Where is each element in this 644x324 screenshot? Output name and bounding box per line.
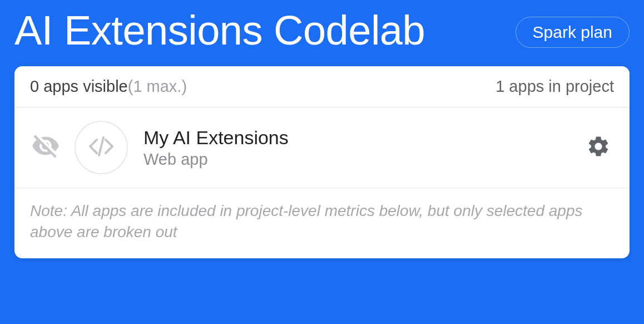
apps-in-project-count: 1 apps in project: [496, 77, 614, 96]
app-row: My AI Extensions Web app: [14, 107, 630, 188]
gear-icon: [586, 134, 611, 161]
plan-pill-button[interactable]: Spark plan: [516, 17, 630, 48]
visibility-toggle[interactable]: [30, 132, 61, 163]
apps-visible-count: 0 apps visible: [30, 77, 128, 95]
eye-off-icon: [31, 132, 60, 163]
page-header: AI Extensions Codelab Spark plan: [14, 0, 630, 66]
apps-visible-group: 0 apps visible(1 max.): [30, 77, 187, 96]
svg-line-0: [99, 138, 103, 155]
platform-badge: [75, 121, 128, 174]
app-settings-button[interactable]: [583, 132, 614, 163]
apps-visible-max: (1 max.): [128, 77, 187, 95]
app-text-block: My AI Extensions Web app: [143, 126, 583, 169]
project-title: AI Extensions Codelab: [14, 8, 425, 53]
app-name: My AI Extensions: [143, 126, 583, 149]
apps-card: 0 apps visible(1 max.) 1 apps in project: [14, 66, 630, 258]
apps-card-header: 0 apps visible(1 max.) 1 apps in project: [14, 66, 630, 107]
page-root: AI Extensions Codelab Spark plan 0 apps …: [0, 0, 644, 258]
apps-card-note: Note: All apps are included in project-l…: [14, 188, 630, 258]
code-icon: [88, 133, 115, 162]
app-platform-label: Web app: [143, 150, 583, 169]
